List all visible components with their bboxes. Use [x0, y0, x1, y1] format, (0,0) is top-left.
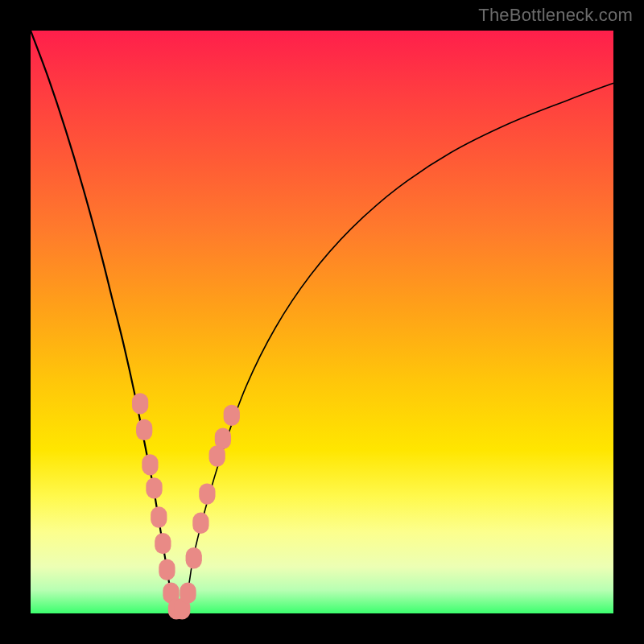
curve-marker — [180, 582, 196, 603]
curve-right — [176, 83, 613, 615]
curve-marker — [186, 547, 202, 568]
curve-marker — [151, 506, 167, 527]
curve-marker — [146, 477, 162, 498]
marker-group — [132, 393, 240, 619]
curve-marker — [136, 419, 152, 440]
curve-marker — [155, 533, 171, 554]
curve-marker — [132, 393, 148, 414]
bottleneck-curve-svg — [31, 31, 613, 613]
plot-area — [31, 31, 613, 613]
curve-marker — [215, 428, 231, 449]
curve-marker — [159, 559, 175, 580]
curve-marker — [192, 513, 208, 534]
watermark-text: TheBottleneck.com — [478, 5, 633, 26]
curve-marker — [142, 454, 158, 475]
chart-frame: TheBottleneck.com — [0, 0, 644, 644]
curve-marker — [199, 483, 215, 504]
curve-marker — [224, 405, 240, 426]
